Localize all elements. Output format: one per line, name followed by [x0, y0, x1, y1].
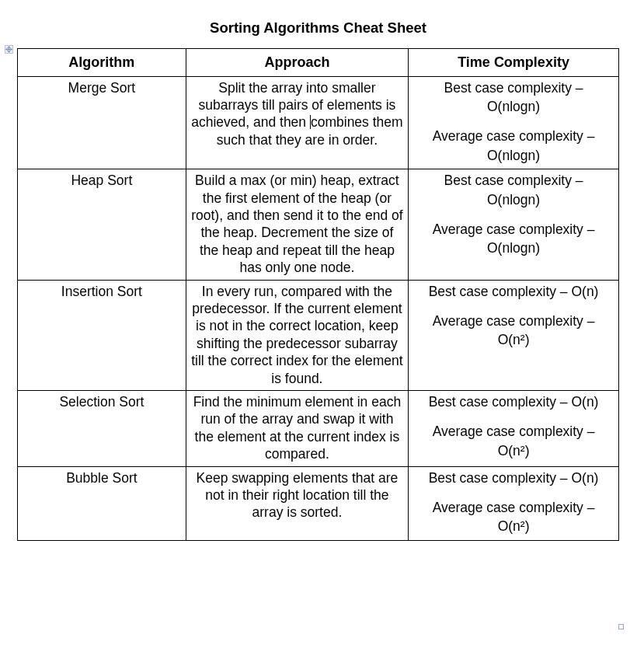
cell-algorithm[interactable]: Insertion Sort: [18, 280, 186, 390]
avg-case-label: Average case complexity –: [413, 499, 614, 516]
table-row: Selection Sort Find the minimum element …: [18, 390, 619, 466]
col-header-algorithm: Algorithm: [18, 48, 186, 76]
table-resize-handle-icon[interactable]: [618, 624, 624, 629]
algorithms-table: Algorithm Approach Time Complexity Merge…: [17, 48, 619, 541]
best-case-value: O(nlogn): [413, 191, 614, 208]
avg-case-value: O(nlogn): [413, 147, 614, 164]
avg-case-value: O(n²): [413, 518, 614, 535]
best-case-label: Best case complexity –: [413, 172, 614, 189]
avg-case-value: O(n²): [413, 331, 614, 348]
best-case-value: O(nlogn): [413, 98, 614, 115]
avg-case-label: Average case complexity –: [413, 312, 614, 329]
best-case-label: Best case complexity – O(n): [413, 393, 614, 410]
page-title: Sorting Algorithms Cheat Sheet: [17, 19, 619, 37]
avg-case-label: Average case complexity –: [413, 127, 614, 145]
table-row: Bubble Sort Keep swapping elements that …: [18, 466, 619, 540]
best-case-label: Best case complexity – O(n): [413, 469, 614, 486]
cell-algorithm[interactable]: Heap Sort: [18, 169, 186, 280]
avg-case-value: O(n²): [413, 442, 614, 459]
col-header-approach: Approach: [186, 48, 408, 76]
col-header-time: Time Complexity: [409, 48, 619, 76]
avg-case-value: O(nlogn): [413, 239, 614, 256]
best-case-label: Best case complexity –: [413, 79, 614, 96]
cell-time[interactable]: Best case complexity – O(nlogn) Average …: [409, 169, 619, 280]
cell-approach[interactable]: Split the array into smaller subarrays t…: [186, 76, 408, 169]
cell-time[interactable]: Best case complexity – O(nlogn) Average …: [409, 76, 619, 169]
cell-approach[interactable]: Build a max (or min) heap, extract the f…: [186, 169, 408, 280]
cell-approach[interactable]: In every run, compared with the predeces…: [186, 280, 408, 390]
best-case-label: Best case complexity – O(n): [413, 283, 614, 300]
avg-case-label: Average case complexity –: [413, 221, 614, 238]
cell-algorithm[interactable]: Merge Sort: [18, 76, 186, 169]
cell-approach[interactable]: Find the minimum element in each run of …: [186, 390, 408, 466]
cell-time[interactable]: Best case complexity – O(n) Average case…: [409, 390, 619, 466]
cell-algorithm[interactable]: Selection Sort: [18, 390, 186, 466]
table-header-row: Algorithm Approach Time Complexity: [18, 48, 619, 76]
cell-approach[interactable]: Keep swapping elements that are not in t…: [186, 466, 408, 540]
cell-time[interactable]: Best case complexity – O(n) Average case…: [409, 280, 619, 390]
cell-algorithm[interactable]: Bubble Sort: [18, 466, 186, 540]
table-row: Heap Sort Build a max (or min) heap, ext…: [18, 169, 619, 280]
table-anchor-icon[interactable]: [5, 45, 13, 54]
table-row: Merge Sort Split the array into smaller …: [18, 76, 619, 169]
avg-case-label: Average case complexity –: [413, 423, 614, 440]
table-row: Insertion Sort In every run, compared wi…: [18, 280, 619, 390]
document-page: Sorting Algorithms Cheat Sheet Algorithm…: [0, 0, 644, 645]
cell-time[interactable]: Best case complexity – O(n) Average case…: [409, 466, 619, 540]
